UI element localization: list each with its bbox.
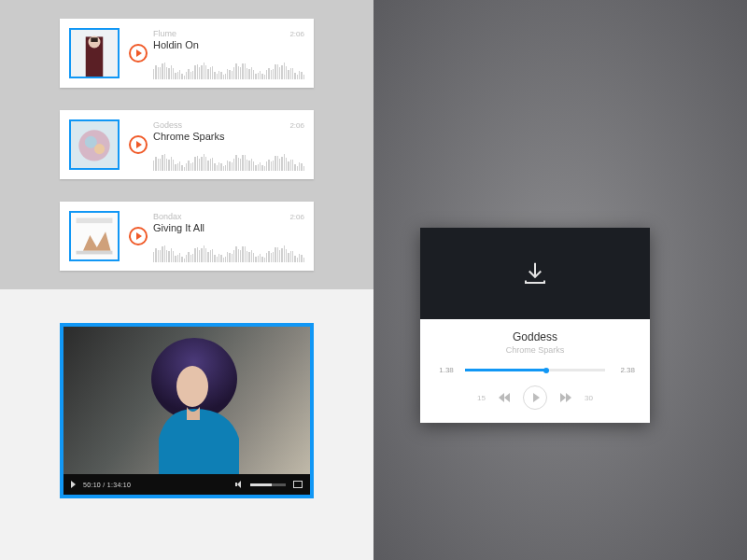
song-artist: Chrome Sparks xyxy=(435,345,635,355)
track-card[interactable]: Godess Chrome Sparks 2:06 xyxy=(60,110,314,179)
volume-icon[interactable] xyxy=(235,481,243,488)
waveform[interactable] xyxy=(153,148,304,171)
rewind-seconds-button[interactable]: 15 xyxy=(477,394,486,402)
play-icon xyxy=(533,393,540,402)
svg-rect-3 xyxy=(91,37,97,42)
video-still xyxy=(63,327,310,474)
track-list: Flume Holdin On 2:06 Godess Chro xyxy=(0,0,374,289)
play-icon xyxy=(136,49,142,57)
thumbnail-image xyxy=(71,213,118,259)
video-controls: 50:10 / 1:34:10 xyxy=(63,474,310,495)
svg-rect-11 xyxy=(77,251,113,255)
album-thumbnail[interactable] xyxy=(69,28,120,78)
time-total: 1:34:10 xyxy=(107,482,131,488)
album-thumbnail[interactable] xyxy=(69,211,120,261)
cover-area[interactable] xyxy=(420,228,650,319)
video-player: 50:10 / 1:34:10 xyxy=(60,323,314,498)
artist-label: Bondax xyxy=(153,212,304,221)
download-icon xyxy=(521,259,549,287)
track-title: Holdin On xyxy=(153,39,304,50)
artist-label: Flume xyxy=(153,29,304,38)
time-display: 50:10 / 1:34:10 xyxy=(83,482,131,488)
track-meta: Flume Holdin On xyxy=(153,27,304,79)
next-icon xyxy=(560,393,571,402)
volume-slider[interactable] xyxy=(250,483,286,486)
play-icon xyxy=(136,141,142,148)
thumbnail-image xyxy=(71,121,118,168)
waveform[interactable] xyxy=(153,57,304,79)
track-meta: Bondax Giving It All xyxy=(153,210,304,262)
track-card[interactable]: Flume Holdin On 2:06 xyxy=(60,19,314,88)
play-button[interactable] xyxy=(129,44,148,63)
track-meta: Godess Chrome Sparks xyxy=(153,119,304,171)
svg-marker-14 xyxy=(499,393,504,402)
play-icon xyxy=(136,232,142,240)
next-button[interactable] xyxy=(560,393,571,402)
svg-marker-16 xyxy=(560,393,566,402)
track-card[interactable]: Bondax Giving It All 2:06 xyxy=(60,202,314,271)
play-button[interactable] xyxy=(71,481,76,488)
play-button[interactable] xyxy=(523,385,547,410)
track-title: Chrome Sparks xyxy=(153,131,304,142)
duration-label: 2:06 xyxy=(289,30,304,38)
svg-point-7 xyxy=(94,144,105,154)
thumbnail-image xyxy=(71,30,118,77)
album-thumbnail[interactable] xyxy=(69,119,120,170)
duration-label: 2:06 xyxy=(289,213,304,221)
time-current: 50:10 xyxy=(83,482,101,488)
song-title: Goddess xyxy=(435,330,635,343)
svg-point-13 xyxy=(176,366,208,407)
duration-label: 2:06 xyxy=(289,121,304,130)
elapsed-time: 1.38 xyxy=(435,366,458,374)
svg-marker-17 xyxy=(566,393,571,402)
play-button[interactable] xyxy=(129,227,148,245)
svg-rect-9 xyxy=(77,218,113,224)
svg-marker-15 xyxy=(504,393,510,402)
artist-label: Godess xyxy=(153,120,304,130)
total-time: 2.38 xyxy=(613,366,635,374)
previous-button[interactable] xyxy=(499,393,510,402)
video-area[interactable] xyxy=(63,327,310,474)
forward-seconds-button[interactable]: 30 xyxy=(585,394,593,402)
progress-bar[interactable] xyxy=(465,369,605,371)
play-button[interactable] xyxy=(129,135,148,154)
waveform[interactable] xyxy=(153,240,304,262)
previous-icon xyxy=(499,393,510,402)
fullscreen-button[interactable] xyxy=(293,481,303,488)
music-player-card: Goddess Chrome Sparks 1.38 2.38 15 xyxy=(420,228,650,423)
track-title: Giving It All xyxy=(153,222,304,233)
